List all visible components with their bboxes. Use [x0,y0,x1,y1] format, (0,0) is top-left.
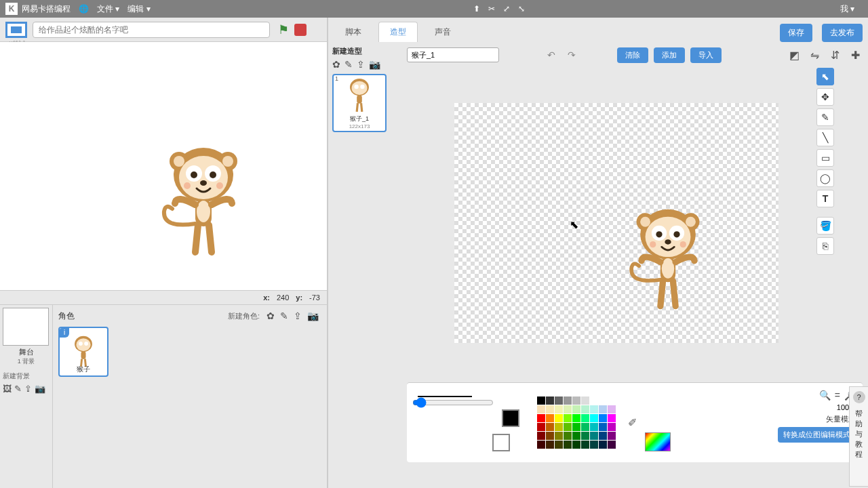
palette-swatch[interactable] [590,396,598,405]
zoom-out-icon[interactable]: 🔍 [819,390,831,401]
stop-icon[interactable] [294,24,307,36]
sprite-upload-icon[interactable]: ⇪ [294,310,302,321]
palette-swatch[interactable] [546,405,554,413]
costume-paint-icon[interactable]: ✎ [344,59,353,70]
palette-swatch[interactable] [546,423,554,431]
palette-swatch[interactable] [555,423,563,431]
palette-swatch[interactable] [572,396,580,405]
palette-swatch[interactable] [572,441,580,449]
palette-swatch[interactable] [599,405,607,413]
palette-swatch[interactable] [537,396,545,405]
green-flag-icon[interactable]: ⚑ [278,22,289,37]
help-tab[interactable]: ? 帮 助 与 教 程 [849,386,868,487]
palette-swatch[interactable] [555,396,563,405]
palette-swatch[interactable] [572,423,580,431]
reshape-tool-icon[interactable]: ✥ [816,88,834,106]
sprite-camera-icon[interactable]: 📷 [307,310,319,321]
palette-swatch[interactable] [608,396,616,405]
palette-swatch[interactable] [608,441,616,449]
convert-bitmap-button[interactable]: 转换成位图编辑模式 [778,427,856,443]
clear-button[interactable]: 清除 [617,47,648,63]
backdrop-camera-icon[interactable]: 📷 [35,384,45,394]
palette-swatch[interactable] [572,414,580,422]
backdrop-upload-icon[interactable]: ⇪ [24,384,32,394]
add-button[interactable]: 添加 [654,47,685,63]
palette-swatch[interactable] [555,405,563,413]
cut-icon[interactable]: ✂ [488,4,495,14]
palette-swatch[interactable] [564,414,572,422]
stamp-icon[interactable]: ⬆ [473,4,480,14]
menu-edit[interactable]: 编辑 ▾ [127,3,150,15]
sprite-library-icon[interactable]: ✿ [267,310,275,321]
palette-swatch[interactable] [564,432,572,440]
palette-swatch[interactable] [581,396,589,405]
tab-costumes[interactable]: 造型 [378,22,418,42]
eyedropper-icon[interactable]: ✐ [628,416,637,429]
select-tool-icon[interactable]: ⬉ [816,68,834,85]
color-picker-icon[interactable] [645,432,671,451]
menu-me[interactable]: 我 ▾ [840,3,854,15]
palette-swatch[interactable] [608,423,616,431]
palette-swatch[interactable] [537,405,545,413]
backdrop-library-icon[interactable]: 🖼 [3,384,12,394]
palette-swatch[interactable] [599,414,607,422]
shrink-icon[interactable]: ⤡ [518,4,525,14]
duplicate-tool-icon[interactable]: ⎘ [816,237,834,255]
palette-swatch[interactable] [555,441,563,449]
primary-color-swatch[interactable] [502,409,519,427]
palette-swatch[interactable] [537,423,545,431]
sprite-on-stage[interactable] [156,144,251,259]
palette-swatch[interactable] [537,414,545,422]
costume-library-icon[interactable]: ✿ [332,59,340,70]
palette-swatch[interactable] [581,414,589,422]
backdrop-paint-icon[interactable]: ✎ [14,384,22,394]
help-icon[interactable]: ? [853,391,865,403]
costume-thumbnail[interactable]: 1 猴子_1 122x173 [332,74,387,132]
paint-canvas[interactable]: ⬉ [454,103,778,343]
set-center-icon[interactable]: ✚ [848,47,863,62]
palette-swatch[interactable] [581,432,589,440]
palette-swatch[interactable] [590,414,598,422]
palette-swatch[interactable] [564,441,572,449]
costume-upload-icon[interactable]: ⇪ [357,59,365,70]
palette-swatch[interactable] [608,432,616,440]
palette-swatch[interactable] [537,441,545,449]
redo-icon[interactable]: ↷ [564,47,579,62]
stage-thumbnail[interactable] [3,308,49,346]
line-width-slider[interactable] [412,397,494,408]
palette-swatch[interactable] [590,432,598,440]
palette-swatch[interactable] [590,441,598,449]
line-tool-icon[interactable]: ╲ [816,129,834,146]
undo-icon[interactable]: ↶ [544,47,559,62]
palette-swatch[interactable] [555,432,563,440]
palette-swatch[interactable] [599,423,607,431]
import-button[interactable]: 导入 [690,47,722,63]
zoom-reset-icon[interactable]: = [835,390,840,401]
palette-swatch[interactable] [546,414,554,422]
palette-swatch[interactable] [608,414,616,422]
stage-size-icon[interactable] [5,22,27,38]
palette-swatch[interactable] [572,432,580,440]
palette-swatch[interactable] [581,405,589,413]
palette-swatch[interactable] [537,432,545,440]
palette-swatch[interactable] [546,432,554,440]
stage[interactable] [0,42,327,290]
publish-button[interactable]: 去发布 [822,24,863,42]
palette-swatch[interactable] [581,423,589,431]
sprite-info-icon[interactable]: i [60,328,69,338]
palette-swatch[interactable] [564,396,572,405]
palette-swatch[interactable] [608,405,616,413]
secondary-color-swatch[interactable] [492,434,510,451]
save-button[interactable]: 保存 [780,24,812,42]
tab-sounds[interactable]: 声音 [423,22,462,42]
tab-scripts[interactable]: 脚本 [334,22,373,42]
flip-vertical-icon[interactable]: ⇵ [827,47,842,62]
sprite-paint-icon[interactable]: ✎ [280,310,288,321]
costume-camera-icon[interactable]: 📷 [369,59,380,70]
costume-on-canvas[interactable] [624,201,712,317]
palette-swatch[interactable] [546,396,554,405]
palette-swatch[interactable] [572,405,580,413]
palette-swatch[interactable] [546,441,554,449]
ellipse-tool-icon[interactable]: ◯ [816,169,834,187]
palette-swatch[interactable] [555,414,563,422]
